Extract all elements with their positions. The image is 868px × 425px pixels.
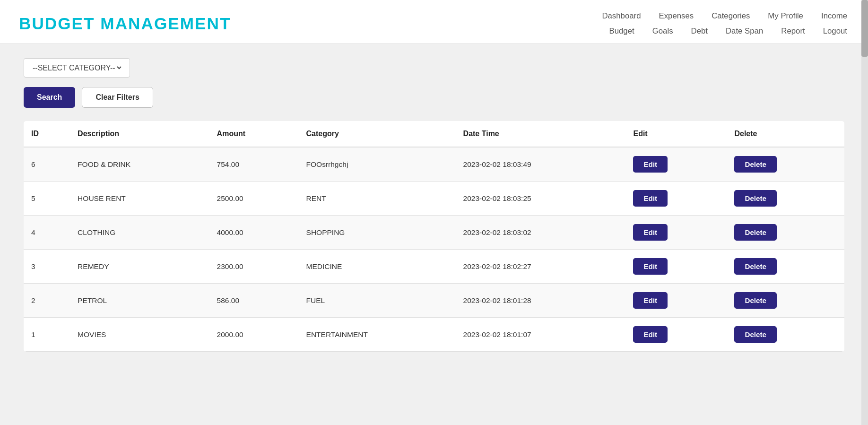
cell-description: FOOD & DRINK	[70, 147, 209, 182]
cell-amount: 2500.00	[209, 182, 299, 216]
main-nav: Dashboard Expenses Categories My Profile…	[600, 9, 849, 39]
nav-date-span[interactable]: Date Span	[724, 24, 765, 39]
nav-debt[interactable]: Debt	[689, 24, 710, 39]
cell-id: 4	[24, 216, 70, 250]
edit-button[interactable]: Edit	[633, 258, 668, 275]
cell-datetime: 2023-02-02 18:03:49	[456, 147, 626, 182]
cell-description: REMEDY	[70, 250, 209, 284]
nav-categories[interactable]: Categories	[710, 9, 752, 24]
cell-category: FUEL	[299, 284, 456, 318]
edit-button[interactable]: Edit	[633, 224, 668, 241]
cell-delete: Delete	[727, 284, 844, 318]
nav-budget[interactable]: Budget	[608, 24, 636, 39]
nav-row-1: Dashboard Expenses Categories My Profile…	[600, 9, 849, 24]
cell-amount: 4000.00	[209, 216, 299, 250]
cell-amount: 754.00	[209, 147, 299, 182]
table-body: 6FOOD & DRINK754.00FOOsrrhgchj2023-02-02…	[24, 147, 844, 352]
nav-dashboard[interactable]: Dashboard	[600, 9, 642, 24]
cell-id: 5	[24, 182, 70, 216]
table-row: 1MOVIES2000.00ENTERTAINMENT2023-02-02 18…	[24, 318, 844, 352]
cell-delete: Delete	[727, 147, 844, 182]
nav-report[interactable]: Report	[779, 24, 807, 39]
table-row: 2PETROL586.00FUEL2023-02-02 18:01:28Edit…	[24, 284, 844, 318]
table-row: 6FOOD & DRINK754.00FOOsrrhgchj2023-02-02…	[24, 147, 844, 182]
cell-amount: 2300.00	[209, 250, 299, 284]
nav-my-profile[interactable]: My Profile	[766, 9, 805, 24]
cell-delete: Delete	[727, 250, 844, 284]
cell-description: MOVIES	[70, 318, 209, 352]
cell-edit: Edit	[625, 284, 727, 318]
col-edit: Edit	[625, 121, 727, 147]
edit-button[interactable]: Edit	[633, 190, 668, 207]
category-select[interactable]: --SELECT CATEGORY-- FOOD & DRINK RENT SH…	[31, 63, 123, 72]
delete-button[interactable]: Delete	[734, 258, 777, 275]
cell-edit: Edit	[625, 216, 727, 250]
category-filter-container: --SELECT CATEGORY-- FOOD & DRINK RENT SH…	[24, 58, 844, 87]
cell-id: 6	[24, 147, 70, 182]
cell-id: 2	[24, 284, 70, 318]
cell-amount: 2000.00	[209, 318, 299, 352]
cell-category: SHOPPING	[299, 216, 456, 250]
col-category: Category	[299, 121, 456, 147]
table-row: 4CLOTHING4000.00SHOPPING2023-02-02 18:03…	[24, 216, 844, 250]
nav-row-2: Budget Goals Debt Date Span Report Logou…	[608, 24, 850, 39]
filter-buttons: Search Clear Filters	[24, 87, 844, 108]
delete-button[interactable]: Delete	[734, 292, 777, 309]
nav-goals[interactable]: Goals	[651, 24, 675, 39]
table-row: 3REMEDY2300.00MEDICINE2023-02-02 18:02:2…	[24, 250, 844, 284]
cell-delete: Delete	[727, 318, 844, 352]
cell-description: PETROL	[70, 284, 209, 318]
cell-id: 3	[24, 250, 70, 284]
main-content: --SELECT CATEGORY-- FOOD & DRINK RENT SH…	[0, 44, 868, 366]
cell-edit: Edit	[625, 147, 727, 182]
header: BUDGET MANAGEMENT Dashboard Expenses Cat…	[0, 0, 868, 44]
clear-filters-button[interactable]: Clear Filters	[82, 87, 153, 108]
nav-expenses[interactable]: Expenses	[657, 9, 696, 24]
table-row: 5HOUSE RENT2500.00RENT2023-02-02 18:03:2…	[24, 182, 844, 216]
col-datetime: Date Time	[456, 121, 626, 147]
cell-datetime: 2023-02-02 18:03:02	[456, 216, 626, 250]
category-select-wrapper[interactable]: --SELECT CATEGORY-- FOOD & DRINK RENT SH…	[24, 58, 130, 78]
cell-datetime: 2023-02-02 18:01:07	[456, 318, 626, 352]
cell-datetime: 2023-02-02 18:01:28	[456, 284, 626, 318]
cell-category: FOOsrrhgchj	[299, 147, 456, 182]
cell-category: ENTERTAINMENT	[299, 318, 456, 352]
cell-datetime: 2023-02-02 18:02:27	[456, 250, 626, 284]
delete-button[interactable]: Delete	[734, 190, 777, 207]
col-delete: Delete	[727, 121, 844, 147]
edit-button[interactable]: Edit	[633, 156, 668, 173]
cell-amount: 586.00	[209, 284, 299, 318]
cell-description: CLOTHING	[70, 216, 209, 250]
cell-id: 1	[24, 318, 70, 352]
cell-delete: Delete	[727, 182, 844, 216]
logo: BUDGET MANAGEMENT	[19, 14, 231, 33]
scrollbar-track[interactable]	[861, 0, 868, 425]
table-header: ID Description Amount Category Date Time…	[24, 121, 844, 147]
nav-logout[interactable]: Logout	[821, 24, 849, 39]
expenses-table: ID Description Amount Category Date Time…	[24, 121, 844, 352]
col-amount: Amount	[209, 121, 299, 147]
cell-edit: Edit	[625, 318, 727, 352]
delete-button[interactable]: Delete	[734, 224, 777, 241]
col-id: ID	[24, 121, 70, 147]
cell-category: MEDICINE	[299, 250, 456, 284]
edit-button[interactable]: Edit	[633, 292, 668, 309]
col-description: Description	[70, 121, 209, 147]
edit-button[interactable]: Edit	[633, 326, 668, 343]
search-button[interactable]: Search	[24, 87, 75, 108]
cell-datetime: 2023-02-02 18:03:25	[456, 182, 626, 216]
scrollbar-thumb[interactable]	[861, 0, 868, 57]
delete-button[interactable]: Delete	[734, 156, 777, 173]
cell-delete: Delete	[727, 216, 844, 250]
cell-category: RENT	[299, 182, 456, 216]
cell-description: HOUSE RENT	[70, 182, 209, 216]
nav-income[interactable]: Income	[819, 9, 849, 24]
delete-button[interactable]: Delete	[734, 326, 777, 343]
cell-edit: Edit	[625, 182, 727, 216]
cell-edit: Edit	[625, 250, 727, 284]
